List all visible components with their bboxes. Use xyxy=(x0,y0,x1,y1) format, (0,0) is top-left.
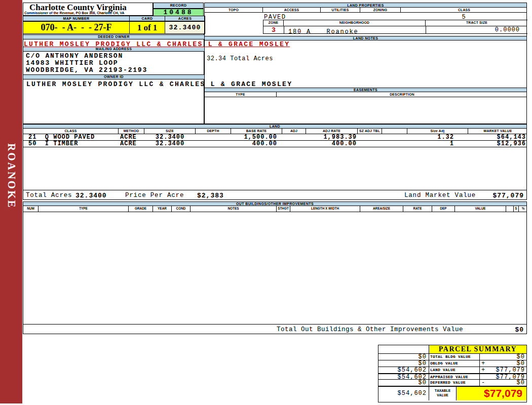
parcel-row-land: $54,602 LAND VALUE +$77,079 xyxy=(378,367,526,374)
record-label: RECORD xyxy=(153,3,204,9)
table-cell: 1 xyxy=(407,141,468,147)
easements-title: EASEMENTS xyxy=(205,88,526,92)
parcel-left-value: $0 xyxy=(378,360,429,367)
table-cell: LENGTH X WIDTH xyxy=(290,206,360,212)
outbuildings-total-value: $0 xyxy=(515,326,524,334)
table-cell: CLASS xyxy=(401,8,527,12)
property-record-card: ROANOKE Charlotte County Virginia Commis… xyxy=(0,0,532,405)
parcel-operator xyxy=(480,354,481,360)
land-properties-title: LAND PROPERTIES xyxy=(205,3,526,8)
zone-neighborhood-table: ZONE NEIGHBORHOOD TRACT SIZE 3 180 A Roa… xyxy=(263,20,527,34)
table-cell: Size Adj xyxy=(407,129,468,134)
table-cell: UTILITIES xyxy=(321,8,360,12)
parcel-left-value: $0 xyxy=(378,380,429,386)
table-cell: ACCESS xyxy=(263,8,321,12)
table-cell: 32.3400 xyxy=(144,141,196,147)
parcel-operator: + xyxy=(480,367,485,373)
outbuildings-header-row: NUMTYPEGRADEYEARCONDNOTESSTHGTLENGTH X W… xyxy=(23,206,526,212)
table-cell: COND xyxy=(172,206,191,212)
table-cell xyxy=(358,134,382,141)
land-notes-text: 32.34 Total Acres xyxy=(207,55,273,62)
mailing-address-line: 14983 WHITTIER LOOP xyxy=(26,60,118,67)
outbuildings-total-row: Total Out Buildings & Other Improvements… xyxy=(23,324,526,334)
deeded-owner-value: LUTHER MOSLEY PRODIGY LLC & CHARLES L & … xyxy=(24,40,290,48)
neighborhood-name: Roanoke xyxy=(326,28,358,35)
table-cell: TOPO xyxy=(205,8,263,12)
outbuildings-table: OUT BUILDINGS/OTHER IMPROVEMENTS NUMTYPE… xyxy=(23,201,527,334)
owner-id-label: OWNER ID xyxy=(23,74,204,79)
table-cell: VALUE xyxy=(455,206,506,212)
owner-section: MAP NUMBER CARD ACRES 070- - A- - - 27-F… xyxy=(23,16,204,124)
card-label: CARD xyxy=(129,16,165,21)
table-cell: AREA/SIZE xyxy=(360,206,403,212)
table-cell: 1.32 xyxy=(407,134,468,141)
parcel-row-deferred: $0 DEFERRED VALUE -$0 xyxy=(378,380,526,386)
outbuildings-title: OUT BUILDINGS/OTHER IMPROVEMENTS xyxy=(23,201,526,206)
parcel-summary-corner xyxy=(378,345,429,353)
table-cell: METHOD xyxy=(119,129,144,134)
parcel-row-total-bldg: $0 TOTAL BLDG VALUE $0 xyxy=(378,354,526,360)
table-cell: MARKET VALUE xyxy=(468,129,527,134)
map-number-label: MAP NUMBER xyxy=(23,16,130,21)
table-cell: GRADE xyxy=(129,206,153,212)
parcel-row-label: DEFERRED VALUE xyxy=(429,380,480,386)
zone-label: ZONE xyxy=(263,20,284,26)
price-per-acre-value: $2,383 xyxy=(197,192,224,199)
sidebar: ROANOKE xyxy=(0,0,22,403)
table-cell: DESCRIPTION xyxy=(277,92,527,97)
table-cell: CLASS xyxy=(23,129,119,134)
record-value: 10488 xyxy=(153,9,204,16)
parcel-summary-title: PARCEL SUMMARY xyxy=(429,345,526,353)
table-cell: S xyxy=(514,206,519,212)
parcel-right-value: $0 xyxy=(517,354,526,360)
parcel-left-value: $0 xyxy=(378,354,429,360)
land-properties-section: LAND PROPERTIES TOPOACCESSUTILITIESZONIN… xyxy=(204,3,527,124)
table-cell: TYPE xyxy=(39,206,129,212)
table-cell: TYPE xyxy=(205,92,277,97)
table-cell: 400.00 xyxy=(231,141,282,147)
parcel-operator: - xyxy=(480,380,485,386)
table-cell xyxy=(382,129,407,134)
acres-label: ACRES xyxy=(165,16,205,21)
table-cell: RATE xyxy=(403,206,432,212)
parcel-row-appraised: $54,602 APPRAISED VALUE $77,079 xyxy=(378,373,526,380)
tract-size-label: TRACT SIZE xyxy=(426,20,528,26)
table-cell xyxy=(382,141,407,147)
sidebar-county-label: ROANOKE xyxy=(5,143,18,209)
parcel-right-value: $0 xyxy=(517,360,526,367)
tract-size-value: 0.0000 xyxy=(426,26,527,34)
taxable-left-value: $54,602 xyxy=(378,387,429,400)
zone-value: 3 xyxy=(263,26,284,34)
land-market-value-label: Land Market Value xyxy=(404,192,476,199)
table-cell xyxy=(196,134,231,141)
parcel-row-label: TOTAL BLDG VALUE xyxy=(429,354,480,360)
land-market-value: $77,079 xyxy=(492,192,524,199)
neighborhood-label: NEIGHBORHOOD xyxy=(284,20,426,26)
parcel-left-value: $54,602 xyxy=(378,367,429,373)
parcel-right-value: $77,079 xyxy=(496,374,526,379)
table-cell: SIZE xyxy=(144,129,196,134)
total-acres-label: Total Acres xyxy=(26,192,72,199)
parcel-right-value: $77,079 xyxy=(496,367,526,373)
county-subtitle: Commissioner of the Revenue, PO Box 308,… xyxy=(24,11,124,15)
table-cell xyxy=(506,206,514,212)
land-properties-header-row: TOPOACCESSUTILITIESZONINGCLASS xyxy=(205,8,526,13)
county-title: Charlotte County Virginia xyxy=(29,3,127,12)
table-cell xyxy=(196,141,231,147)
parcel-row-label: APPRAISED VALUE xyxy=(429,374,480,379)
parcel-summary: PARCEL SUMMARY $0 TOTAL BLDG VALUE $0 $0… xyxy=(378,345,527,402)
land-notes-title: LAND NOTES xyxy=(205,36,526,40)
table-cell xyxy=(282,134,306,141)
parcel-right-value: $0 xyxy=(517,380,526,386)
table-cell: SZ ADJ TBL xyxy=(358,129,382,134)
acres-value: 32.3400 xyxy=(165,21,205,34)
table-cell: ZONING xyxy=(360,8,401,12)
parcel-operator xyxy=(480,374,481,379)
parcel-row-label: LAND VALUE xyxy=(429,367,480,373)
parcel-left-value: $54,602 xyxy=(378,374,429,379)
table-cell xyxy=(382,134,407,141)
land-table: LAND CLASSMETHODSIZEDEPTHBASE RATEADJADJ… xyxy=(23,124,527,200)
mailing-address-line: C/O ANTHONY ANDERSON xyxy=(26,53,123,60)
land-table-title: LAND xyxy=(23,124,526,129)
parcel-row-label: OBLDG VALUE xyxy=(429,360,480,367)
